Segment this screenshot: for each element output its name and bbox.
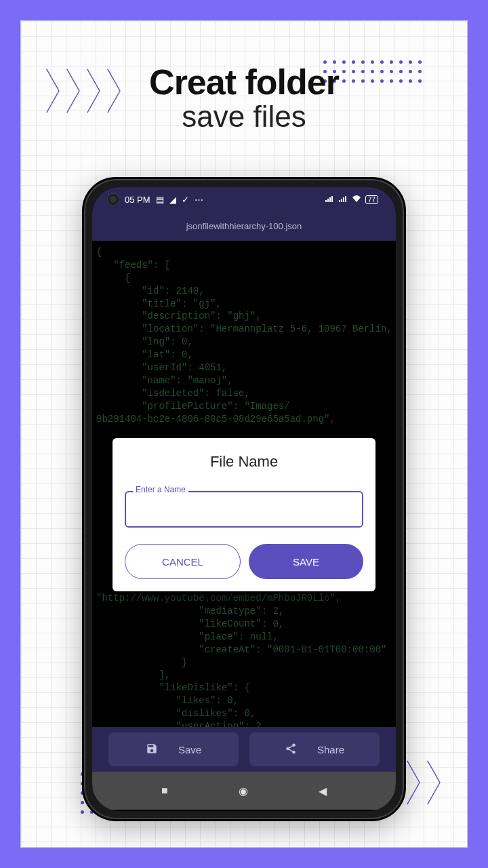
- file-name-dialog: File Name Enter a Name CANCEL SAVE: [113, 438, 375, 591]
- promo-frame: Creat folder save files 05 PM ▤ ◢ ✓ ⋯: [20, 20, 468, 848]
- share-icon: [285, 743, 297, 757]
- nav-recent-icon[interactable]: ■: [161, 785, 168, 797]
- nav-back-icon[interactable]: ◀: [319, 785, 327, 797]
- bottom-action-bar: Save Share: [92, 727, 396, 772]
- filename-input[interactable]: [125, 491, 363, 528]
- cancel-button[interactable]: CANCEL: [125, 544, 241, 579]
- app-bar: jsonfilewithhierarchy-100.json: [92, 212, 396, 241]
- status-time: 05 PM: [125, 195, 150, 205]
- check-icon: ✓: [182, 195, 189, 205]
- share-action-label: Share: [317, 744, 344, 755]
- signal-icon: [325, 195, 334, 205]
- share-action[interactable]: Share: [249, 732, 380, 766]
- dialog-title: File Name: [125, 453, 363, 471]
- battery-icon: 77: [365, 195, 378, 204]
- save-button[interactable]: SAVE: [249, 544, 363, 579]
- send-icon: ◢: [169, 195, 176, 205]
- camera-hole: [107, 193, 119, 205]
- status-bar: 05 PM ▤ ◢ ✓ ⋯ 77: [92, 187, 396, 212]
- signal-icon-2: [338, 195, 348, 205]
- headline-line2: save files: [21, 100, 467, 134]
- save-action[interactable]: Save: [108, 732, 239, 766]
- app-bar-title: jsonfilewithhierarchy-100.json: [186, 221, 302, 231]
- headline: Creat folder save files: [21, 62, 467, 134]
- save-action-label: Save: [178, 744, 201, 755]
- system-nav-bar: ■ ◉ ◀: [92, 772, 396, 810]
- more-icon: ⋯: [195, 195, 203, 205]
- phone-mockup: 05 PM ▤ ◢ ✓ ⋯ 77 jsonfilewithhierarchy-1…: [82, 177, 406, 821]
- wifi-icon: [352, 195, 361, 205]
- nav-home-icon[interactable]: ◉: [239, 785, 248, 797]
- headline-line1: Creat folder: [21, 62, 467, 102]
- input-label: Enter a Name: [133, 485, 188, 494]
- phone-screen: 05 PM ▤ ◢ ✓ ⋯ 77 jsonfilewithhierarchy-1…: [92, 187, 396, 811]
- save-icon: [146, 743, 158, 757]
- sim-icon: ▤: [156, 195, 164, 205]
